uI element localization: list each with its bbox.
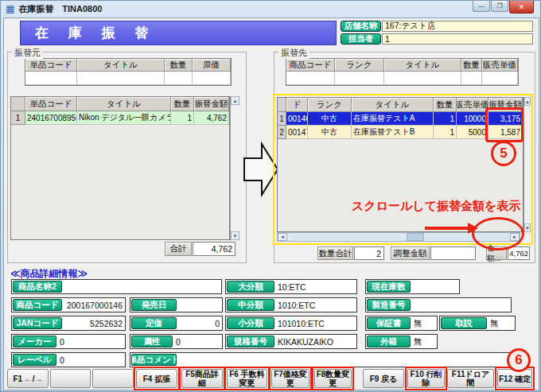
f7-price-change-button[interactable]: F7価格変更 (271, 369, 309, 388)
source-vertical-scrollbar[interactable]: ▲ ▼ (230, 96, 239, 240)
input-cell[interactable] (193, 72, 231, 85)
scroll-down-icon[interactable]: ▼ (231, 231, 239, 240)
standard-number-label: 規格番号 (227, 336, 274, 347)
jan-label: JANコード (13, 317, 62, 329)
field-group-category-small: 小分類 101010:ETC (225, 316, 357, 331)
comment-field[interactable] (177, 353, 521, 367)
list-price-field[interactable]: 0 (177, 316, 222, 330)
f3-button[interactable] (92, 369, 134, 388)
table-row[interactable]: 2 00147 中古 在庫振替テストB 1 5000 1,587 (278, 126, 523, 139)
column-header: 原価 (193, 59, 231, 72)
source-input-row[interactable] (25, 72, 231, 85)
dest-group-title: 振替先 (278, 47, 309, 59)
category-mid-field[interactable]: 1010:ETC (275, 298, 356, 312)
scroll-up-icon[interactable]: ▲ (231, 96, 239, 105)
category-large-label: 大分類 (227, 281, 274, 293)
manual-field[interactable]: 無 (488, 316, 515, 330)
f1-button[interactable]: F1 ←/→ (7, 369, 49, 388)
f5-item-detail-button[interactable]: F5商品詳細 (181, 369, 223, 388)
title-bar[interactable]: ▦ 在庫振替 TINA0800 (1, 1, 541, 17)
field-group-label: レーベル 0 (11, 352, 126, 367)
window-controls: — ❐ ✕ (473, 1, 534, 14)
scroll-left-icon[interactable]: ◄ (278, 233, 287, 241)
scroll-up-icon[interactable]: ▲ (524, 97, 531, 106)
table-row-selected[interactable]: 1 00146 中古 在庫振替テストA 1 10000 3,175 (278, 112, 523, 126)
column-header: 販売単価 (457, 98, 488, 112)
adjust-amount-field[interactable] (430, 246, 476, 260)
field-group-item-code: 商品コード 200167000146 (11, 297, 126, 312)
adjust-amount-label: 調整金額 (391, 246, 430, 260)
source-list-table: 単品コード タイトル 数量 振替金額 1 240167008950 Nikon … (10, 96, 239, 240)
scroll-down-icon[interactable]: ▼ (524, 223, 531, 232)
minimize-button[interactable]: — (473, 1, 490, 12)
maker-field[interactable]: 0 (57, 335, 125, 348)
f8-qty-change-button[interactable]: F8数量変更 (314, 369, 352, 388)
cell-code: 240167008950 (25, 111, 77, 125)
stock-field[interactable] (411, 280, 459, 293)
dest-horizontal-scrollbar[interactable]: ◄ ► (277, 232, 520, 242)
input-cell[interactable] (482, 72, 518, 85)
standard-number-field[interactable]: KIKAKUZAIKO (275, 335, 356, 348)
category-small-field[interactable]: 101010:ETC (275, 316, 356, 330)
cell-title: 在庫振替テストB (352, 126, 434, 139)
outer-box-label: 外箱 (367, 336, 411, 347)
dest-input-row[interactable] (286, 72, 518, 85)
label-field[interactable]: 0 (57, 353, 125, 367)
input-cell[interactable] (286, 72, 335, 85)
cell-rank: 中古 (308, 126, 352, 139)
table-row[interactable]: 1 240167008950 Nikon デジタル一眼カメラ … 1 4,762 (11, 111, 229, 125)
field-group-release-date: 発売日 (130, 297, 223, 312)
cell-price: 5000 (457, 126, 488, 139)
item-code-field[interactable]: 200167000146 (63, 298, 125, 312)
column-header: 数量 (165, 59, 193, 72)
name2-field[interactable] (63, 280, 221, 293)
row-number-header (278, 98, 286, 112)
category-small-label: 小分類 (227, 317, 274, 329)
cell-qty: 1 (434, 112, 457, 126)
field-group-category-large: 大分類 10:ETC (225, 279, 357, 294)
f6-fee-change-button[interactable]: F6 手数料変更 (227, 369, 267, 388)
input-cell[interactable] (335, 72, 384, 85)
empty-rows-area (11, 125, 229, 239)
f9-back-button[interactable]: F9 戻る (363, 369, 404, 388)
screen-title: 在 庫 振 替 (35, 24, 156, 42)
serial-field[interactable] (411, 298, 511, 312)
input-cell[interactable] (384, 72, 461, 85)
cell-amount: 3,175 (488, 112, 523, 126)
label-label: レーベル (13, 354, 56, 366)
category-large-field[interactable]: 10:ETC (275, 280, 356, 293)
close-button[interactable]: ✕ (509, 1, 534, 14)
f4-extend-button[interactable]: F4 拡張 (136, 369, 177, 388)
input-cell[interactable] (25, 72, 77, 85)
jan-field[interactable]: 5252632 (63, 316, 125, 330)
maximize-button[interactable]: ❐ (491, 1, 508, 12)
warranty-field[interactable]: 無 (411, 316, 437, 330)
dest-vertical-scrollbar[interactable]: ▲ ▼ (523, 97, 531, 232)
f2-button[interactable] (50, 369, 91, 388)
release-date-field[interactable] (177, 298, 222, 312)
source-input-table: 単品コード タイトル 数量 原価 (25, 58, 232, 86)
input-cell[interactable] (165, 72, 193, 85)
store-name-field[interactable]: 167:テスト店 (382, 21, 533, 32)
cell-qty: 1 (434, 126, 457, 139)
outer-box-field[interactable]: 無 (411, 335, 437, 348)
f10-delete-row-button[interactable]: F10 行削除 (407, 369, 445, 388)
column-header: 数量 (434, 98, 457, 112)
input-cell[interactable] (77, 72, 165, 85)
stock-label: 現在庫数 (367, 281, 411, 293)
staff-field[interactable]: 1 (382, 33, 533, 45)
scroll-right-icon[interactable]: ► (510, 233, 520, 241)
column-header: 数量 (461, 59, 482, 72)
input-cell[interactable] (461, 72, 482, 85)
column-header: 振替金額 (194, 97, 229, 111)
amount-total-value: 4,762 (508, 246, 530, 260)
empty-rows-area (278, 139, 523, 231)
attribute-field[interactable]: 0 (173, 335, 222, 348)
column-header: 単品コード (25, 97, 77, 111)
scrollbar-thumb[interactable] (407, 233, 424, 241)
f11-drawer-button[interactable]: F11ドロア間 (447, 369, 494, 388)
cell-qty: 1 (171, 111, 194, 125)
serial-label: 製造番号 (367, 299, 411, 311)
f12-confirm-button[interactable]: F12 確定 (497, 369, 532, 388)
cell-title: 在庫振替テストA (352, 112, 434, 126)
